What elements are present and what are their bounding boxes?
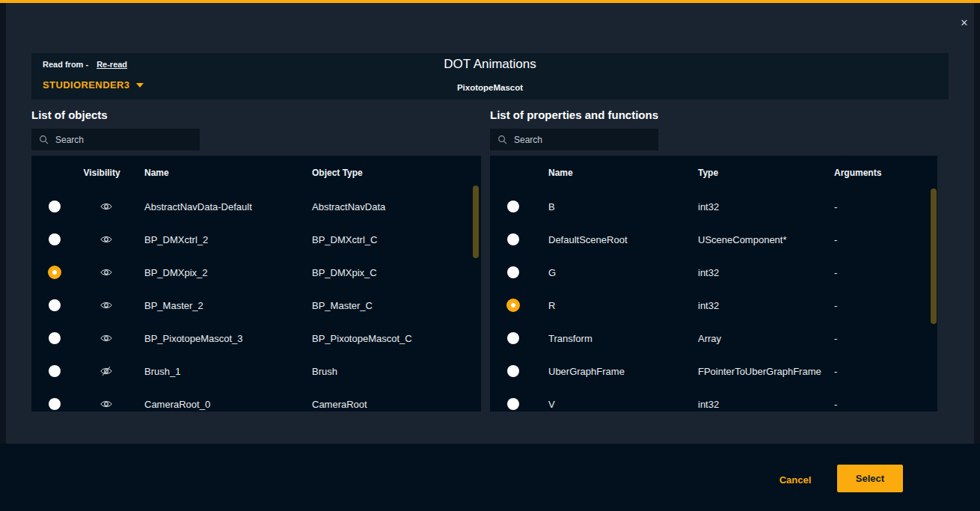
object-row[interactable]: BP_DMXpix_2BP_DMXpix_C [31, 256, 481, 289]
property-arguments: - [834, 267, 837, 278]
dialog-header: Read from - Re-read STUDIORENDER3 DOT An… [31, 53, 949, 100]
properties-search [490, 129, 658, 150]
property-name: R [548, 300, 555, 311]
object-name: BP_DMXpix_2 [144, 267, 208, 278]
column-header-object-type: Object Type [312, 168, 363, 178]
radio-button[interactable] [49, 332, 61, 344]
property-arguments: - [834, 234, 837, 245]
dialog-subtitle: PixotopeMascot [31, 83, 949, 92]
radio-button[interactable] [49, 233, 61, 245]
radio-button[interactable] [507, 266, 519, 278]
property-arguments: - [834, 399, 837, 410]
property-row[interactable]: Rint32- [490, 289, 937, 322]
eye-icon [100, 400, 112, 409]
object-name: BP_PixotopeMascot_3 [144, 333, 243, 344]
radio-button[interactable] [49, 299, 61, 311]
eye-icon [100, 301, 112, 310]
object-row[interactable]: Brush_1Brush [31, 355, 481, 388]
property-row[interactable]: UberGraphFrameFPointerToUberGraphFrame- [490, 355, 937, 388]
eye-icon [100, 334, 112, 343]
property-name: V [548, 399, 555, 410]
property-row[interactable]: Gint32- [490, 256, 937, 289]
column-header-name: Name [548, 168, 573, 178]
radio-button[interactable] [506, 299, 520, 312]
eye-icon [100, 202, 112, 212]
properties-search-input[interactable] [514, 135, 641, 145]
property-row[interactable]: Vint32- [490, 388, 937, 411]
property-name: G [548, 267, 556, 278]
properties-panel-title: List of properties and functions [490, 108, 658, 121]
object-name: AbstractNavData-Default [144, 201, 252, 212]
radio-button[interactable] [49, 398, 61, 410]
property-type: int32 [698, 267, 719, 278]
select-button[interactable]: Select [837, 465, 903, 492]
property-arguments: - [834, 366, 837, 377]
object-type: CameraRoot [312, 399, 367, 410]
property-row[interactable]: Bint32- [490, 190, 937, 223]
radio-button[interactable] [49, 201, 61, 212]
objects-panel-title: List of objects [31, 108, 108, 121]
search-icon [497, 135, 507, 144]
radio-button[interactable] [507, 233, 519, 245]
objects-search [31, 129, 200, 150]
objects-table-header: Visibility Name Object Type [31, 156, 481, 190]
object-name: CameraRoot_0 [144, 399, 210, 410]
radio-button[interactable] [507, 332, 519, 344]
radio-button[interactable] [48, 266, 61, 279]
property-name: UberGraphFrame [548, 366, 625, 377]
property-row[interactable]: DefaultSceneRootUSceneComponent*- [490, 223, 937, 256]
properties-scrollbar-thumb[interactable] [931, 189, 937, 324]
object-row[interactable]: AbstractNavData-DefaultAbstractNavData [31, 190, 481, 223]
object-row[interactable]: BP_PixotopeMascot_3BP_PixotopeMascot_C [31, 322, 481, 355]
dialog-title: DOT Animations [31, 57, 949, 72]
column-header-visibility: Visibility [83, 168, 120, 178]
search-icon [39, 135, 49, 144]
object-type: BP_Master_C [312, 300, 373, 311]
property-type: Array [698, 333, 721, 344]
property-name: Transform [548, 333, 592, 344]
objects-search-input[interactable] [55, 135, 183, 145]
property-type: int32 [698, 399, 719, 410]
object-row[interactable]: BP_DMXctrl_2BP_DMXctrl_C [31, 223, 481, 256]
column-header-name: Name [144, 168, 169, 178]
object-name: BP_DMXctrl_2 [144, 234, 208, 245]
property-arguments: - [834, 300, 837, 311]
object-name: Brush_1 [144, 366, 180, 377]
eye-off-icon [100, 367, 112, 376]
object-type: Brush [312, 366, 337, 377]
property-type: USceneComponent* [698, 234, 787, 245]
property-name: B [548, 201, 555, 212]
radio-button[interactable] [49, 365, 61, 377]
property-row[interactable]: TransformArray- [490, 322, 937, 355]
object-type: BP_DMXpix_C [312, 267, 377, 278]
radio-button[interactable] [507, 201, 519, 212]
object-type: BP_DMXctrl_C [312, 234, 377, 245]
property-type: int32 [698, 300, 719, 311]
property-arguments: - [834, 201, 837, 212]
footer-bar [0, 444, 980, 511]
objects-table: Visibility Name Object Type AbstractNavD… [31, 156, 481, 411]
eye-icon [100, 235, 112, 245]
radio-button[interactable] [507, 365, 519, 377]
close-icon[interactable]: ✕ [956, 14, 973, 31]
column-header-arguments: Arguments [834, 168, 881, 178]
radio-button[interactable] [507, 398, 519, 410]
property-type: FPointerToUberGraphFrame [698, 366, 821, 377]
properties-table: Name Type Arguments Bint32-DefaultSceneR… [490, 156, 937, 411]
property-name: DefaultSceneRoot [548, 234, 628, 245]
column-header-type: Type [698, 168, 718, 178]
properties-table-header: Name Type Arguments [490, 156, 937, 190]
object-name: BP_Master_2 [144, 300, 203, 311]
property-type: int32 [698, 201, 719, 212]
object-row[interactable]: BP_Master_2BP_Master_C [31, 289, 481, 322]
cancel-button[interactable]: Cancel [778, 474, 812, 486]
object-row[interactable]: CameraRoot_0CameraRoot [31, 388, 481, 411]
object-type: AbstractNavData [312, 201, 385, 212]
objects-scrollbar-thumb[interactable] [473, 186, 479, 258]
property-arguments: - [834, 333, 837, 344]
eye-icon [100, 268, 112, 278]
object-type: BP_PixotopeMascot_C [312, 333, 412, 344]
